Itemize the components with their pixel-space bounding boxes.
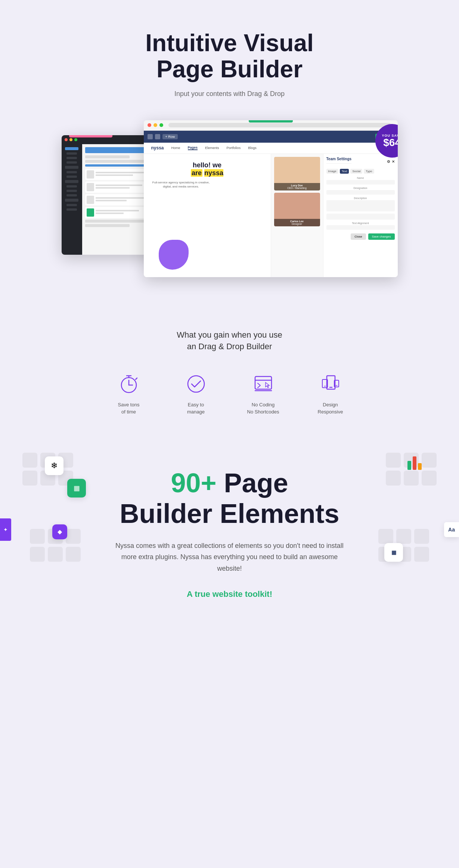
- team-photo-2: Carlos Lee Designer: [274, 193, 320, 226]
- svg-marker-9: [266, 382, 269, 388]
- panel-input-name[interactable]: [326, 180, 395, 185]
- frontend-editor-mockup: Frontend Editor YOU SAVE $64 + Row Updat…: [144, 120, 398, 277]
- panel-field-name: Name: [326, 177, 395, 185]
- benefit-icon-check: [183, 371, 209, 397]
- you-save-amount: $64: [383, 137, 397, 148]
- nav-small: [66, 152, 77, 155]
- nav-small: [66, 157, 77, 159]
- be-card-line: [96, 210, 139, 211]
- svg-rect-7: [255, 376, 272, 389]
- benefit-icon-responsive: [317, 371, 344, 397]
- panel-select-alignment[interactable]: [326, 225, 395, 230]
- panel-label-alignment: Text Alignment: [326, 222, 395, 224]
- panel-tabs: Image Text Social Typo: [326, 169, 395, 174]
- panel-tab-typo[interactable]: Typo: [364, 169, 374, 174]
- be-card-img: [87, 183, 94, 191]
- nav-block: [65, 199, 78, 202]
- hero-title: Intuitive Visual Page Builder: [15, 30, 444, 83]
- elements-count: 90+: [171, 468, 216, 498]
- elements-tagline: A true website toolkit!: [15, 589, 444, 599]
- fe-dot-yellow: [153, 123, 157, 127]
- backend-editor-label: Backend Editor: [69, 135, 112, 137]
- fe-purple-blob: [159, 240, 189, 270]
- panel-input-designation[interactable]: [326, 190, 395, 195]
- panel-save-btn[interactable]: Save changes: [368, 233, 395, 240]
- panel-field-desc: Description: [326, 197, 395, 211]
- panel-tab-social[interactable]: Social: [350, 169, 362, 174]
- timer-icon: [118, 373, 140, 395]
- benefit-item-time: Save tonsof time: [106, 371, 151, 415]
- team-photo-2-label: Carlos Lee Designer: [274, 219, 320, 226]
- fe-logo: nyssa: [151, 145, 164, 151]
- benefits-section: What you gain when you use an Drag & Dro…: [0, 300, 459, 438]
- benefit-icon-nocoding: [250, 371, 276, 397]
- panel-tab-text[interactable]: Text: [340, 169, 349, 174]
- be-card-line: [96, 185, 142, 186]
- nav-small: [66, 204, 77, 206]
- hero-subtitle: Input your contents with Drag & Drop: [15, 90, 444, 98]
- nav-small: [66, 176, 77, 178]
- be-card-line: [96, 174, 133, 176]
- deco-left-icon: ✦: [3, 527, 8, 533]
- fe-hero-desc: Full-service agency specializing in crea…: [151, 180, 211, 189]
- editors-container: Backend Editor: [62, 120, 398, 277]
- benefit-item-manage: Easy tomanage: [174, 371, 218, 415]
- benefit-label-nocoding: No CodingNo Shortcodes: [247, 402, 279, 415]
- fe-toolbar: + Row Update: [144, 131, 398, 143]
- fe-nav: nyssa Home Pages Elements Portfolios Blo…: [144, 143, 398, 154]
- panel-settings-icon[interactable]: ⚙: [387, 159, 390, 164]
- panel-label-designation: Designation: [326, 187, 395, 189]
- fe-settings-panel: Team Settings ⚙ ✕ Image Text Social Typo…: [323, 154, 398, 277]
- fe-team-photos: Lucy Doe CEO / Marketing Carlos Lee Desi…: [271, 154, 323, 277]
- no-coding-icon: [252, 373, 275, 395]
- panel-toolbar: [326, 214, 395, 220]
- be-card-line: [96, 200, 127, 201]
- nav-small: [66, 190, 77, 192]
- fe-dot-green: [159, 123, 163, 127]
- nav-small: [66, 171, 77, 173]
- panel-field-designation: Designation: [326, 187, 395, 195]
- panel-tab-image[interactable]: Image: [326, 169, 338, 174]
- fe-dot-red: [148, 123, 151, 127]
- fe-nav-blogs: Blogs: [248, 146, 257, 150]
- fe-nav-pages: Pages: [188, 146, 198, 150]
- fe-toolbar-icon: [155, 134, 160, 139]
- responsive-icon: [319, 373, 342, 395]
- be-row: [85, 160, 145, 163]
- fe-toolbar-add-btn[interactable]: + Row: [162, 134, 178, 139]
- fe-hero-text: hello! we are nyssa: [151, 161, 263, 177]
- benefit-label-time: Save tonsof time: [118, 402, 140, 415]
- benefits-subtitle: What you gain when you use an Drag & Dro…: [15, 329, 444, 353]
- panel-close-btn[interactable]: Close: [351, 233, 366, 240]
- benefit-item-nocoding: No CodingNo Shortcodes: [241, 371, 286, 415]
- checkmark-icon: [185, 373, 207, 395]
- be-row: [85, 155, 130, 158]
- team-photo-1: Lucy Doe CEO / Marketing: [274, 157, 320, 190]
- be-card-line: [96, 187, 130, 189]
- panel-field-alignment: Text Alignment: [326, 222, 395, 230]
- nav-small: [66, 185, 77, 187]
- team-photo-1-label: Lucy Doe CEO / Marketing: [274, 183, 320, 190]
- deco-right-label: Aa: [448, 527, 455, 533]
- nav-small: [66, 208, 77, 211]
- be-card-img: [87, 208, 94, 217]
- fe-nav-portfolios: Portfolios: [227, 146, 241, 150]
- deco-strip-right: Aa: [444, 522, 459, 537]
- benefit-item-responsive: DesignResponsive: [308, 371, 353, 415]
- nav-small: [66, 194, 77, 196]
- fe-nav-elements: Elements: [205, 146, 219, 150]
- benefit-label-responsive: DesignResponsive: [318, 402, 343, 415]
- fe-content: hello! we are nyssa Full-service agency …: [144, 154, 398, 277]
- panel-close-icon[interactable]: ✕: [392, 159, 395, 164]
- nav-small: [66, 161, 77, 164]
- panel-actions: Close Save changes: [326, 233, 395, 240]
- fe-toolbar-icon: [148, 134, 153, 139]
- benefit-label-manage: Easy tomanage: [187, 402, 205, 415]
- deco-strip-left: ✦: [0, 518, 11, 541]
- be-card-line: [96, 172, 146, 173]
- fe-url-bar: [168, 123, 391, 127]
- nav-block: [65, 147, 78, 150]
- be-left-nav: [62, 144, 82, 255]
- panel-input-desc[interactable]: [326, 200, 395, 211]
- elements-content: 90+ Page Builder Elements Nyssa comes wi…: [15, 468, 444, 599]
